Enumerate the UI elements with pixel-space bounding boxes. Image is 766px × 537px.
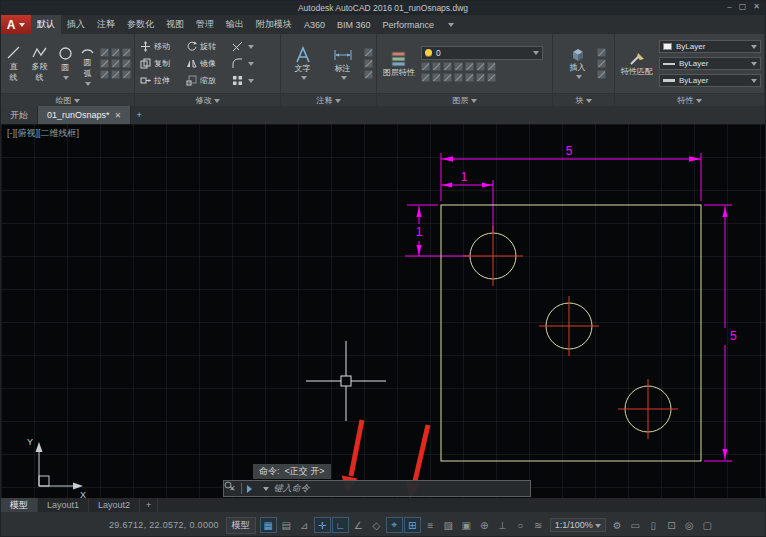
layer-mini-icon[interactable] bbox=[454, 73, 463, 82]
move-tool[interactable]: 移动 bbox=[138, 41, 184, 52]
ribbon-display-toggle-icon[interactable] bbox=[440, 15, 460, 34]
hatch-tool-icon[interactable] bbox=[122, 48, 131, 57]
layer-mini-icon[interactable] bbox=[487, 73, 496, 82]
arc-tool[interactable]: 圆弧 bbox=[78, 40, 97, 88]
layer-mini-icon[interactable] bbox=[443, 73, 452, 82]
line-tool[interactable]: 直线 bbox=[4, 44, 23, 84]
search-icon[interactable] bbox=[224, 481, 234, 491]
text-tool[interactable]: 文字 bbox=[284, 45, 321, 83]
new-drawing-button[interactable]: + bbox=[131, 106, 147, 124]
annotation-monitor-icon[interactable]: ▭ bbox=[627, 517, 644, 533]
quick-properties-icon[interactable]: ▯ bbox=[645, 517, 662, 533]
osnap-3d-icon[interactable]: ⊕ bbox=[476, 517, 493, 533]
panel-label-annotate[interactable]: 注释 bbox=[281, 93, 376, 106]
dimension-tool[interactable]: 标注 bbox=[324, 45, 361, 83]
ribbon-tab-a360[interactable]: A360 bbox=[298, 15, 331, 34]
array-tool[interactable] bbox=[230, 75, 264, 86]
dynamic-ucs-icon[interactable]: ⊥ bbox=[494, 517, 511, 533]
maximize-button[interactable]: ▢ bbox=[739, 2, 747, 11]
draw-mini-icon[interactable] bbox=[111, 59, 120, 68]
plate-rectangle[interactable] bbox=[441, 205, 701, 461]
command-input[interactable]: 键入命令 bbox=[274, 482, 310, 495]
scale-tool[interactable]: 缩放 bbox=[184, 75, 230, 86]
chevron-down-icon[interactable] bbox=[263, 487, 269, 494]
grid-icon[interactable]: ▦ bbox=[260, 517, 277, 533]
annotation-scale-button[interactable]: 1:1/100% bbox=[550, 518, 606, 532]
lineweight-dropdown[interactable]: ByLayer bbox=[659, 74, 761, 87]
layout-tab-layout2[interactable]: Layout2 bbox=[89, 498, 140, 512]
new-layout-button[interactable]: + bbox=[140, 498, 158, 512]
panel-label-properties[interactable]: 特性 bbox=[615, 93, 764, 106]
isometric-drafting-icon[interactable]: ◇ bbox=[368, 517, 385, 533]
layer-mini-icon[interactable] bbox=[476, 73, 485, 82]
panel-label-modify[interactable]: 修改 bbox=[135, 93, 280, 106]
clean-screen-icon[interactable]: ▢ bbox=[699, 517, 716, 533]
ribbon-tab-performance[interactable]: Performance bbox=[377, 15, 441, 34]
workspace-gear-icon[interactable]: ⚙ bbox=[609, 517, 626, 533]
drawing-canvas[interactable]: [-][俯视][二维线框] bbox=[1, 124, 765, 498]
mirror-tool[interactable]: 镜像 bbox=[184, 58, 230, 69]
draw-mini-icon[interactable] bbox=[100, 59, 109, 68]
ribbon-tab-insert[interactable]: 插入 bbox=[61, 15, 91, 34]
ribbon-tab-parametric[interactable]: 参数化 bbox=[121, 15, 160, 34]
object-snap-icon[interactable]: ⊞ bbox=[404, 517, 421, 533]
block-mini-icon[interactable] bbox=[597, 48, 606, 57]
panel-label-block[interactable]: 块 bbox=[553, 93, 614, 106]
ribbon-tab-default[interactable]: 默认 bbox=[31, 15, 61, 34]
layer-mini-icon[interactable] bbox=[432, 62, 441, 71]
draw-mini-icon[interactable] bbox=[122, 70, 131, 79]
layer-mini-icon[interactable] bbox=[454, 62, 463, 71]
annotate-mini-icon[interactable] bbox=[364, 70, 373, 79]
ribbon-tab-output[interactable]: 输出 bbox=[220, 15, 250, 34]
circle-tool[interactable]: 圆 bbox=[56, 45, 75, 82]
ribbon-tab-bim360[interactable]: BIM 360 bbox=[331, 15, 377, 34]
selection-cycling-icon[interactable]: ▣ bbox=[458, 517, 475, 533]
layer-mini-icon[interactable] bbox=[443, 62, 452, 71]
layer-dropdown[interactable]: 0 bbox=[421, 46, 543, 60]
isolate-objects-icon[interactable]: ◎ bbox=[681, 517, 698, 533]
ribbon-tab-addins[interactable]: 附加模块 bbox=[250, 15, 298, 34]
model-space-button[interactable]: 模型 bbox=[226, 517, 256, 534]
linetype-dropdown[interactable]: ByLayer bbox=[659, 57, 761, 70]
ellipse-tool-icon[interactable] bbox=[111, 48, 120, 57]
ortho-mode-icon[interactable]: ∟ bbox=[332, 517, 349, 533]
table-tool-icon[interactable] bbox=[364, 59, 373, 68]
polar-tracking-icon[interactable]: ∠ bbox=[350, 517, 367, 533]
close-tab-icon[interactable]: ✕ bbox=[115, 111, 122, 120]
osnap-tracking-icon[interactable]: ⌖ bbox=[386, 517, 403, 533]
block-mini-icon[interactable] bbox=[597, 59, 606, 68]
layer-mini-icon[interactable] bbox=[421, 73, 430, 82]
fillet-tool[interactable] bbox=[230, 58, 264, 69]
ribbon-tab-view[interactable]: 视图 bbox=[160, 15, 190, 34]
panel-label-layers[interactable]: 图层 bbox=[377, 93, 552, 106]
layer-mini-icon[interactable] bbox=[432, 73, 441, 82]
rectangle-tool-icon[interactable] bbox=[100, 48, 109, 57]
transparency-icon[interactable]: ▨ bbox=[440, 517, 457, 533]
dynamic-input-icon[interactable]: ✛ bbox=[314, 517, 331, 533]
lineweight-icon[interactable]: ≡ bbox=[422, 517, 439, 533]
layout-tab-model[interactable]: 模型 bbox=[1, 498, 38, 512]
autoscale-icon[interactable]: ≋ bbox=[530, 517, 547, 533]
stretch-tool[interactable]: 拉伸 bbox=[138, 75, 184, 86]
rotate-tool[interactable]: 旋转 bbox=[184, 41, 230, 52]
command-bar[interactable]: ✕ 键入命令 bbox=[223, 480, 531, 497]
trim-tool[interactable] bbox=[230, 41, 264, 52]
close-button[interactable]: ✕ bbox=[753, 2, 760, 11]
layer-on-bulb-icon[interactable] bbox=[425, 49, 432, 56]
application-menu-button[interactable]: A bbox=[1, 15, 31, 34]
layer-mini-icon[interactable] bbox=[421, 62, 430, 71]
layout-tab-layout1[interactable]: Layout1 bbox=[38, 498, 89, 512]
file-tab-drawing[interactable]: 01_runOsnaps* ✕ bbox=[38, 106, 131, 124]
lock-ui-icon[interactable]: ⊡ bbox=[663, 517, 680, 533]
leader-tool-icon[interactable] bbox=[364, 48, 373, 57]
ribbon-tab-annotate[interactable]: 注释 bbox=[91, 15, 121, 34]
annotation-visibility-icon[interactable]: ○ bbox=[512, 517, 529, 533]
match-properties-tool[interactable]: 特性匹配 bbox=[618, 50, 656, 78]
layer-mini-icon[interactable] bbox=[487, 62, 496, 71]
polyline-tool[interactable]: 多段线 bbox=[26, 44, 53, 84]
ribbon-tab-manage[interactable]: 管理 bbox=[190, 15, 220, 34]
object-color-dropdown[interactable]: ByLayer bbox=[659, 40, 761, 53]
draw-mini-icon[interactable] bbox=[122, 59, 131, 68]
panel-label-draw[interactable]: 绘图 bbox=[1, 93, 134, 106]
block-mini-icon[interactable] bbox=[597, 70, 606, 79]
